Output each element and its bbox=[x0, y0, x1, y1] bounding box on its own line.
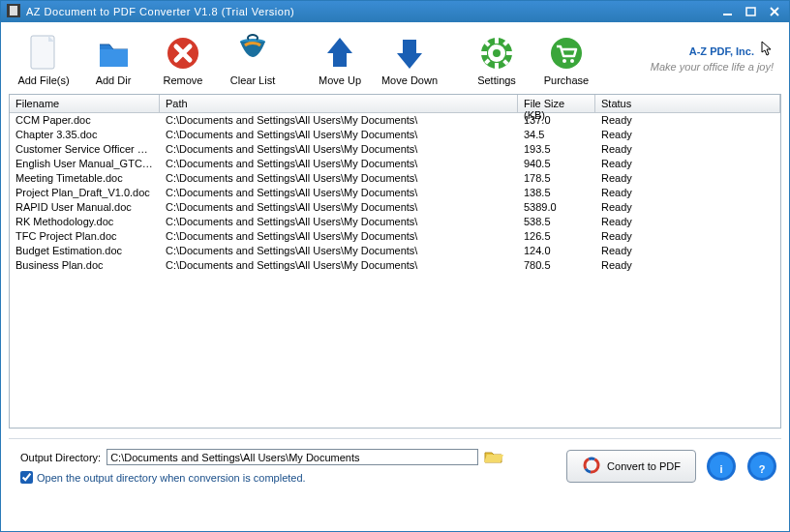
col-status[interactable]: Status bbox=[595, 95, 780, 112]
table-row[interactable]: Business Plan.docC:\Documents and Settin… bbox=[10, 258, 780, 273]
file-list-pane: Filename Path File Size (KB) Status CCM … bbox=[9, 94, 781, 429]
cart-icon bbox=[547, 34, 586, 73]
arrow-down-icon bbox=[390, 34, 429, 73]
cell-filename: Budget Estimation.doc bbox=[10, 244, 160, 258]
open-after-label[interactable]: Open the output directory when conversio… bbox=[37, 472, 306, 484]
clear-list-button[interactable]: Clear List bbox=[218, 30, 288, 88]
arrow-up-icon bbox=[320, 34, 359, 73]
close-button[interactable] bbox=[766, 5, 783, 18]
table-row[interactable]: TFC Project Plan.docC:\Documents and Set… bbox=[10, 229, 780, 244]
cell-size: 538.5 bbox=[518, 215, 595, 229]
cell-status: Ready bbox=[595, 142, 780, 157]
cell-size: 780.5 bbox=[518, 258, 595, 273]
output-label: Output Directory: bbox=[20, 452, 101, 463]
cell-filename: Project Plan_Draft_V1.0.doc bbox=[10, 186, 160, 200]
table-row[interactable]: CCM Paper.docC:\Documents and Settings\A… bbox=[10, 113, 780, 128]
purchase-button[interactable]: Purchase bbox=[532, 30, 601, 88]
move-up-button[interactable]: Move Up bbox=[305, 30, 375, 88]
svg-marker-13 bbox=[397, 40, 422, 69]
cell-status: Ready bbox=[595, 157, 780, 171]
folder-icon bbox=[94, 34, 133, 73]
gear-icon bbox=[477, 34, 516, 73]
cell-path: C:\Documents and Settings\All Users\My D… bbox=[160, 157, 518, 171]
cell-filename: Customer Service Officer PD.... bbox=[10, 142, 160, 157]
table-row[interactable]: RK Methodology.docC:\Documents and Setti… bbox=[10, 215, 780, 229]
cell-size: 193.5 bbox=[518, 142, 595, 157]
svg-point-24 bbox=[493, 49, 501, 57]
cell-filename: Business Plan.doc bbox=[10, 258, 160, 273]
table-row[interactable]: English User Manual_GTC-71...C:\Document… bbox=[10, 157, 780, 171]
output-directory-input[interactable] bbox=[106, 449, 478, 465]
info-button[interactable]: i bbox=[706, 451, 737, 482]
cell-size: 138.5 bbox=[518, 186, 595, 200]
cell-size: 137.0 bbox=[518, 113, 595, 128]
convert-icon bbox=[582, 456, 601, 477]
svg-rect-1 bbox=[10, 6, 17, 15]
window-title: AZ Document to PDF Converter V1.8 (Trial… bbox=[26, 6, 719, 17]
cell-status: Ready bbox=[595, 258, 780, 273]
cell-path: C:\Documents and Settings\All Users\My D… bbox=[160, 200, 518, 215]
help-button[interactable]: ? bbox=[746, 451, 777, 482]
col-size[interactable]: File Size (KB) bbox=[518, 95, 595, 112]
cell-path: C:\Documents and Settings\All Users\My D… bbox=[160, 258, 518, 273]
cell-status: Ready bbox=[595, 113, 780, 128]
maximize-button[interactable] bbox=[743, 5, 760, 18]
cell-filename: RK Methodology.doc bbox=[10, 215, 160, 229]
titlebar: AZ Document to PDF Converter V1.8 (Trial… bbox=[1, 1, 789, 22]
col-path[interactable]: Path bbox=[160, 95, 518, 112]
file-icon bbox=[24, 34, 63, 73]
svg-point-27 bbox=[570, 59, 574, 63]
toolbar: Add File(s) Add Dir Remove Clear List Mo… bbox=[9, 28, 781, 92]
cell-path: C:\Documents and Settings\All Users\My D… bbox=[160, 171, 518, 186]
cell-size: 5389.0 bbox=[518, 200, 595, 215]
cell-filename: TFC Project Plan.doc bbox=[10, 229, 160, 244]
col-filename[interactable]: Filename bbox=[10, 95, 160, 112]
table-row[interactable]: Customer Service Officer PD....C:\Docume… bbox=[10, 142, 780, 157]
browse-folder-icon[interactable] bbox=[484, 449, 503, 465]
convert-button[interactable]: Convert to PDF bbox=[566, 450, 696, 483]
rows-container: CCM Paper.docC:\Documents and Settings\A… bbox=[10, 113, 780, 273]
svg-point-25 bbox=[551, 38, 582, 69]
cell-status: Ready bbox=[595, 244, 780, 258]
cell-status: Ready bbox=[595, 200, 780, 215]
app-icon bbox=[7, 4, 20, 19]
cell-size: 124.0 bbox=[518, 244, 595, 258]
table-row[interactable]: RAPID User Manual.docC:\Documents and Se… bbox=[10, 200, 780, 215]
table-row[interactable]: Budget Estimation.docC:\Documents and Se… bbox=[10, 244, 780, 258]
cell-status: Ready bbox=[595, 171, 780, 186]
cell-status: Ready bbox=[595, 128, 780, 142]
settings-button[interactable]: Settings bbox=[462, 30, 532, 88]
cell-path: C:\Documents and Settings\All Users\My D… bbox=[160, 128, 518, 142]
separator bbox=[9, 438, 781, 439]
cell-status: Ready bbox=[595, 229, 780, 244]
cell-size: 126.5 bbox=[518, 229, 595, 244]
cell-filename: RAPID User Manual.doc bbox=[10, 200, 160, 215]
cell-status: Ready bbox=[595, 186, 780, 200]
svg-rect-19 bbox=[506, 51, 512, 55]
delete-x-icon bbox=[164, 34, 202, 73]
table-row[interactable]: Meeting Timetable.docC:\Documents and Se… bbox=[10, 171, 780, 186]
cell-path: C:\Documents and Settings\All Users\My D… bbox=[160, 244, 518, 258]
table-row[interactable]: Project Plan_Draft_V1.0.docC:\Documents … bbox=[10, 186, 780, 200]
trash-icon bbox=[233, 34, 272, 73]
add-dir-button[interactable]: Add Dir bbox=[78, 30, 148, 88]
svg-rect-17 bbox=[495, 63, 499, 69]
svg-text:i: i bbox=[719, 463, 722, 475]
svg-rect-18 bbox=[481, 51, 487, 55]
svg-rect-2 bbox=[723, 14, 732, 15]
add-files-button[interactable]: Add File(s) bbox=[9, 30, 78, 88]
column-headers[interactable]: Filename Path File Size (KB) Status bbox=[10, 95, 780, 113]
open-after-checkbox[interactable] bbox=[20, 471, 33, 484]
cell-size: 178.5 bbox=[518, 171, 595, 186]
svg-rect-3 bbox=[746, 8, 755, 15]
table-row[interactable]: Chapter 3.35.docC:\Documents and Setting… bbox=[10, 128, 780, 142]
cell-status: Ready bbox=[595, 215, 780, 229]
minimize-button[interactable] bbox=[719, 5, 737, 18]
svg-point-26 bbox=[562, 59, 566, 63]
brand-logo: A-Z PDF, Inc. Make your office life a jo… bbox=[651, 30, 781, 73]
remove-button[interactable]: Remove bbox=[148, 30, 218, 88]
move-down-button[interactable]: Move Down bbox=[375, 30, 444, 88]
cell-filename: English User Manual_GTC-71... bbox=[10, 157, 160, 171]
cell-size: 34.5 bbox=[518, 128, 595, 142]
svg-marker-12 bbox=[327, 38, 352, 67]
